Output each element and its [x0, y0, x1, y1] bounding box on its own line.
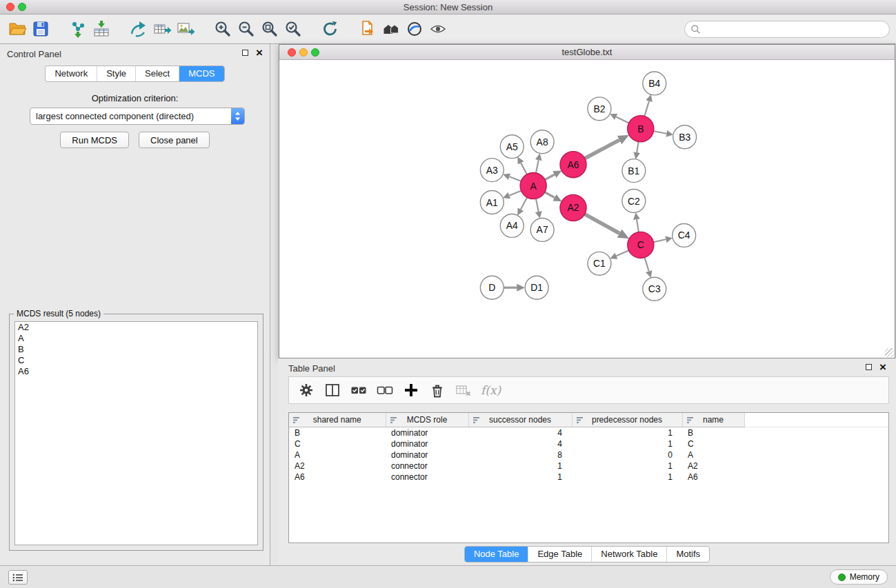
graph-edge-A-A5[interactable] — [521, 163, 527, 174]
graph-node-C1[interactable]: C1 — [588, 252, 611, 275]
graph-edge-A-A8[interactable] — [536, 160, 539, 173]
tab-network[interactable]: Network — [46, 66, 97, 81]
minimize-view-button[interactable] — [299, 48, 308, 57]
graph-edge-B-B2[interactable] — [616, 117, 629, 123]
result-item[interactable]: C — [15, 355, 257, 366]
table-settings-button[interactable] — [295, 378, 318, 402]
table-cell[interactable]: A2 — [682, 460, 744, 472]
float-table-panel-icon[interactable] — [866, 364, 872, 370]
table-cell[interactable]: A2 — [289, 460, 386, 472]
table-cell[interactable]: 1 — [468, 460, 572, 472]
table-cell[interactable]: dominator — [386, 427, 468, 438]
zoom-selected-button[interactable] — [281, 17, 305, 41]
graph-edge-A-A3[interactable] — [509, 176, 521, 181]
graph-node-C3[interactable]: C3 — [643, 277, 666, 301]
table-cell[interactable]: A — [289, 449, 386, 460]
graph-node-B3[interactable]: B3 — [673, 125, 697, 149]
export-network-button[interactable] — [127, 17, 150, 41]
graph-edge-C-C3[interactable] — [645, 257, 649, 271]
close-panel-icon[interactable]: × — [256, 49, 263, 57]
import-network-button[interactable] — [66, 17, 90, 41]
optimization-criterion-select[interactable]: largest connected component (directed) — [30, 108, 245, 125]
column-header-successor-nodes[interactable]: successor nodes — [468, 413, 572, 427]
graph-node-A7[interactable]: A7 — [530, 218, 554, 241]
column-header-mcds-role[interactable]: MCDS role — [386, 413, 468, 427]
table-cell[interactable]: A — [682, 449, 744, 460]
tab-style[interactable]: Style — [97, 66, 135, 81]
tab-select[interactable]: Select — [135, 66, 179, 81]
table-cell[interactable]: B — [682, 427, 744, 438]
column-header-predecessor-nodes[interactable]: predecessor nodes — [572, 413, 682, 427]
network-graph[interactable]: B4B2BB3A5A8A6B1A3AC2A1A2A4A7C4CC1C3DD1 — [279, 61, 895, 358]
close-view-button[interactable] — [288, 48, 296, 57]
maximize-view-button[interactable] — [311, 48, 319, 57]
graph-edge-B-B1[interactable] — [637, 141, 638, 152]
tab-node-table[interactable]: Node Table — [465, 547, 528, 562]
zoom-out-button[interactable] — [235, 17, 258, 41]
open-manual-button[interactable] — [356, 17, 379, 41]
search-field[interactable] — [684, 21, 890, 38]
graph-edge-A-A1[interactable] — [509, 191, 521, 196]
zoom-fit-button[interactable] — [258, 17, 281, 41]
table-cell[interactable]: dominator — [386, 438, 468, 449]
graph-node-B[interactable]: B — [628, 116, 654, 142]
graph-node-A2[interactable]: A2 — [560, 195, 586, 221]
graph-node-B4[interactable]: B4 — [643, 72, 666, 95]
graph-edge-A6-B[interactable] — [585, 140, 619, 159]
close-window-button[interactable] — [6, 3, 14, 11]
graphics-details-button[interactable] — [426, 17, 450, 41]
table-cell[interactable]: 1 — [572, 460, 682, 472]
panel-toggle-button[interactable] — [8, 570, 28, 585]
zoom-window-button[interactable] — [18, 3, 26, 11]
table-cell[interactable]: dominator — [386, 449, 468, 460]
table-cell[interactable]: 1 — [572, 438, 682, 449]
graph-edge-A-A4[interactable] — [521, 197, 527, 209]
column-header-shared-name[interactable]: shared name — [289, 413, 386, 427]
table-row[interactable]: A6connector11A6 — [289, 472, 888, 483]
table-cell[interactable]: A6 — [682, 472, 744, 483]
table-cell[interactable]: 0 — [572, 449, 682, 460]
table-row[interactable]: Cdominator41C — [289, 438, 888, 449]
float-panel-icon[interactable] — [242, 50, 248, 56]
graph-node-C[interactable]: C — [628, 232, 654, 258]
graph-edge-C-C2[interactable] — [637, 219, 639, 232]
network-canvas[interactable]: B4B2BB3A5A8A6B1A3AC2A1A2A4A7C4CC1C3DD1 — [279, 61, 895, 358]
graph-edge-A-A6[interactable] — [545, 174, 555, 179]
table-cell[interactable]: 1 — [468, 472, 572, 483]
unselect-all-button[interactable] — [373, 378, 397, 402]
graph-node-A3[interactable]: A3 — [480, 159, 504, 182]
node-table-container[interactable]: shared name MCDS role successor nodes pr… — [288, 412, 889, 543]
table-cell[interactable]: connector — [386, 460, 468, 472]
home-button[interactable] — [379, 17, 403, 41]
graph-node-D[interactable]: D — [480, 276, 504, 299]
table-row[interactable]: Adominator80A — [289, 449, 888, 460]
table-cell[interactable]: 8 — [468, 449, 572, 460]
run-mcds-button[interactable]: Run MCDS — [60, 132, 129, 148]
result-item[interactable]: A6 — [15, 366, 257, 377]
export-table-button[interactable] — [150, 17, 174, 41]
table-cell[interactable]: 1 — [572, 427, 682, 438]
result-item[interactable]: B — [15, 344, 257, 355]
open-session-button[interactable] — [6, 17, 29, 41]
graph-edge-B-B3[interactable] — [653, 131, 666, 133]
tab-network-table[interactable]: Network Table — [591, 547, 666, 562]
network-window-titlebar[interactable]: testGlobe.txt — [279, 45, 895, 60]
result-item[interactable]: A — [15, 333, 257, 344]
zoom-in-button[interactable] — [211, 17, 235, 41]
table-cell[interactable]: connector — [386, 472, 468, 483]
table-row[interactable]: Bdominator41B — [289, 427, 888, 438]
table-cell[interactable]: C — [682, 438, 744, 449]
mcds-result-list[interactable]: A2ABCA6 — [14, 321, 258, 545]
tab-mcds[interactable]: MCDS — [179, 66, 223, 81]
graph-edge-C-C1[interactable] — [617, 250, 629, 256]
table-row[interactable]: A2connector11A2 — [289, 460, 888, 472]
export-image-button[interactable] — [174, 17, 197, 41]
column-header-name[interactable]: name — [682, 413, 744, 427]
save-session-button[interactable] — [29, 17, 52, 41]
apply-layout-button[interactable] — [319, 17, 342, 41]
memory-button[interactable]: Memory — [830, 569, 888, 585]
delete-table-button[interactable] — [452, 378, 475, 402]
graph-node-D1[interactable]: D1 — [525, 276, 548, 299]
graph-node-A6[interactable]: A6 — [560, 152, 586, 178]
function-builder-button[interactable]: f(x) — [478, 383, 501, 397]
